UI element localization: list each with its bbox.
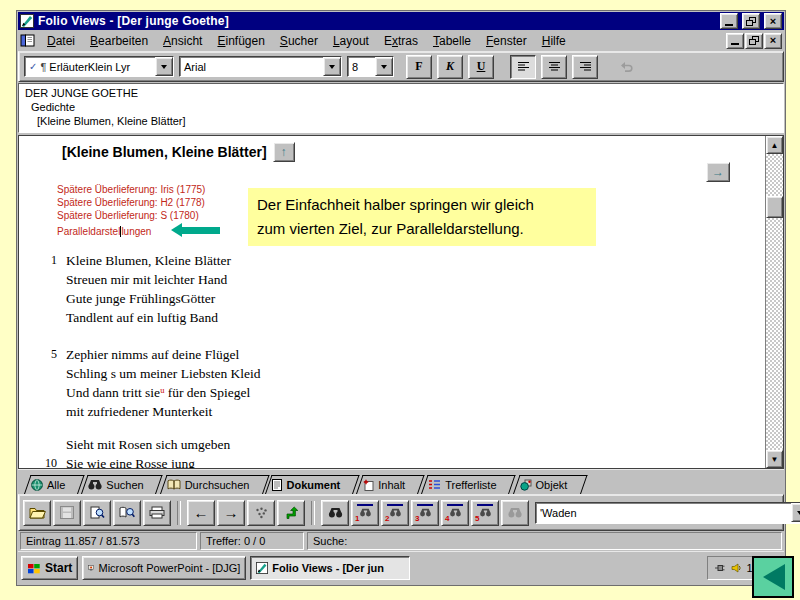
open-book-icon — [167, 479, 181, 490]
slide-back-button[interactable] — [752, 556, 794, 598]
record-heading: [Kleine Blumen, Kleine Blätter] — [62, 144, 267, 160]
binoculars-icon — [479, 508, 492, 517]
tab-trefferliste[interactable]: Trefferliste — [421, 475, 509, 494]
slide-background: Folio Views - [Der junge Goethe] × Datei… — [0, 0, 800, 600]
annotation-line: Spätere Überlieferung: Iris (1775) — [57, 184, 205, 195]
restore-button[interactable] — [742, 13, 760, 29]
saved-search-4-button[interactable]: 4 — [441, 500, 469, 526]
browse-magnifier-button[interactable] — [113, 500, 141, 526]
dropdown-arrow-icon[interactable] — [791, 503, 800, 522]
italic-button[interactable]: K — [437, 55, 463, 79]
document-icon[interactable] — [20, 34, 35, 47]
scroll-down-button[interactable]: ▼ — [766, 450, 783, 468]
menu-hilfe[interactable]: Hilfe — [535, 32, 573, 50]
align-left-button[interactable] — [510, 55, 536, 79]
print-button[interactable] — [143, 500, 171, 526]
toolbar-separator — [311, 501, 315, 525]
save-button[interactable] — [53, 500, 81, 526]
menu-extras[interactable]: Extras — [377, 32, 425, 50]
font-size-combo[interactable]: 8 — [347, 56, 394, 77]
tab-durchsuchen[interactable]: Durchsuchen — [160, 475, 263, 494]
taskbar: Start Microsoft PowerPoint - [DJG] Folio… — [18, 551, 784, 584]
binoculars-icon — [389, 508, 402, 517]
tab-dokument[interactable]: Dokument — [265, 475, 353, 494]
paragraph-style-combo[interactable]: ✓ ¶ ErläuterKlein Lyr — [24, 56, 174, 77]
vertical-scrollbar[interactable]: ▲ ▼ — [765, 136, 783, 468]
tab-objekt[interactable]: Objekt — [513, 475, 581, 494]
mdi-close-button[interactable]: × — [764, 33, 782, 49]
power-plug-icon — [714, 563, 727, 573]
saved-search-3-button[interactable]: 3 — [411, 500, 439, 526]
query-combo[interactable]: 'Waden — [535, 502, 800, 524]
callout-line: Der Einfachheit halber springen wir glei… — [257, 193, 587, 217]
dropdown-arrow-icon[interactable] — [323, 57, 341, 76]
query-button[interactable] — [321, 500, 349, 526]
search-number: 4 — [445, 515, 449, 523]
menu-sucher[interactable]: Sucher — [273, 32, 325, 50]
annotation-line-with-caret: Paralleldarstellungen — [57, 223, 220, 237]
minimize-button[interactable] — [720, 13, 738, 29]
font-combo[interactable]: Arial — [179, 56, 342, 77]
menu-einfuegen[interactable]: Einfügen — [210, 32, 271, 50]
binoculars-icon — [359, 508, 372, 517]
up-arrow-icon: ↑ — [281, 145, 287, 159]
bold-button[interactable]: F — [406, 55, 432, 79]
open-button[interactable] — [23, 500, 51, 526]
menu-fenster[interactable]: Fenster — [479, 32, 534, 50]
view-tab-bar: Alle Suchen Durchsuchen Dokument Inhalt … — [18, 469, 784, 494]
dropdown-arrow-icon[interactable] — [375, 57, 393, 76]
query-value: 'Waden — [540, 507, 577, 519]
scrollbar-thumb[interactable] — [766, 196, 783, 218]
go-to-link-button[interactable] — [277, 500, 305, 526]
poem-line: Und dann tritt sieu für den Spiegel — [19, 385, 250, 401]
search-number: 5 — [475, 515, 479, 523]
annotation-line: Spätere Überlieferung: H2 (1778) — [57, 197, 205, 208]
poem-line: 10Sie wie eine Rosse jung — [19, 456, 195, 468]
app-icon[interactable] — [20, 14, 34, 28]
saved-search-1-button[interactable]: 1 — [351, 500, 379, 526]
window-title: Folio Views - [Der junge Goethe] — [38, 14, 716, 28]
go-back-button[interactable]: ← — [187, 500, 215, 526]
close-button[interactable]: × — [764, 13, 782, 29]
poem-line: Gute junge FrühlingsGötter — [19, 291, 215, 307]
tab-suchen[interactable]: Suchen — [81, 475, 156, 494]
checkmark-icon: ✓ — [29, 61, 37, 72]
restore-icon — [746, 17, 756, 26]
scroll-up-button[interactable]: ▲ — [766, 136, 783, 154]
menu-tabelle[interactable]: Tabelle — [426, 32, 478, 50]
object-icon — [520, 479, 532, 491]
task-folio-views[interactable]: Folio Views - [Der jun — [250, 556, 410, 580]
align-center-button[interactable] — [541, 55, 567, 79]
go-forward-button[interactable]: → — [217, 500, 245, 526]
tab-alle[interactable]: Alle — [24, 475, 78, 494]
task-label: Microsoft PowerPoint - [DJG] — [99, 562, 241, 574]
reference-pane[interactable]: DER JUNGE GOETHE Gedichte [Kleine Blumen… — [18, 83, 784, 133]
tab-inhalt[interactable]: Inhalt — [356, 475, 418, 494]
decorative-bar — [357, 504, 373, 506]
callout-line: zum vierten Ziel, zur Paralleldarstellun… — [257, 217, 587, 241]
menu-layout[interactable]: Layout — [326, 32, 376, 50]
poem-line: 1Kleine Blumen, Kleine Blätter — [19, 253, 231, 269]
dropdown-arrow-icon[interactable] — [155, 57, 173, 76]
record-counter: Eintrag 11.857 / 81.573 — [20, 532, 197, 550]
saved-search-2-button[interactable]: 2 — [381, 500, 409, 526]
menu-ansicht[interactable]: Ansicht — [156, 32, 209, 50]
format-toolbar: ✓ ¶ ErläuterKlein Lyr Arial 8 F K U — [18, 51, 784, 82]
jump-history-button[interactable] — [247, 500, 275, 526]
menu-bearbeiten[interactable]: Bearbeiten — [83, 32, 155, 50]
preview-button[interactable] — [83, 500, 111, 526]
menu-datei[interactable]: Datei — [40, 32, 82, 50]
align-right-button[interactable] — [572, 55, 598, 79]
mdi-restore-button[interactable] — [745, 33, 763, 49]
mdi-minimize-button[interactable] — [726, 33, 744, 49]
binoculars-icon — [328, 507, 343, 518]
jump-link-button[interactable]: → — [706, 162, 730, 182]
undo-button[interactable] — [614, 56, 638, 78]
saved-search-5-button[interactable]: 5 — [471, 500, 499, 526]
underline-button[interactable]: U — [468, 55, 494, 79]
document-text-area[interactable]: [Kleine Blumen, Kleine Blätter] ↑ → Spät… — [19, 136, 765, 468]
task-powerpoint[interactable]: Microsoft PowerPoint - [DJG] — [82, 556, 246, 580]
start-button[interactable]: Start — [21, 556, 78, 580]
go-up-button[interactable]: ↑ — [273, 142, 295, 162]
saved-search-disabled-button[interactable] — [501, 500, 529, 526]
